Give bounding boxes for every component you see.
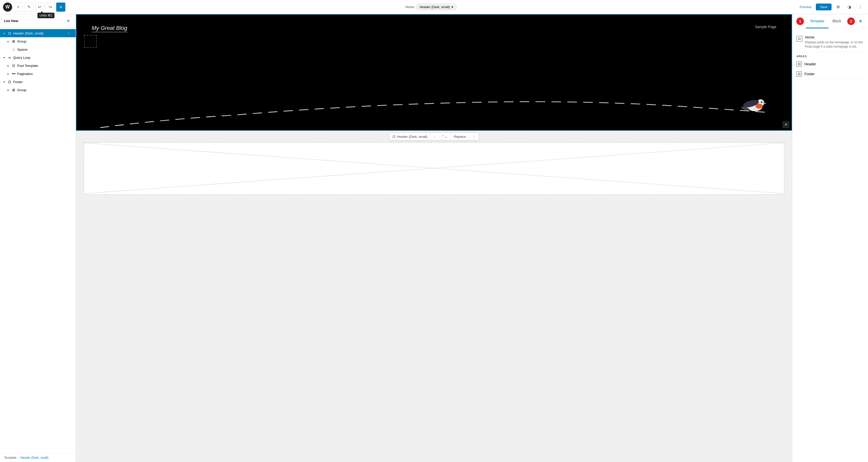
block-drag-button[interactable]: :: bbox=[431, 133, 439, 140]
leaf-spacer bbox=[6, 48, 10, 52]
tree-item-posttemplate[interactable]: ⊡ Post Template ⋮ bbox=[0, 62, 76, 70]
right-sidebar: 1 Template Block 2 ✕ ⊡ Home Displays pos… bbox=[792, 14, 868, 462]
canvas-area[interactable]: My Great Blog Sample Page bbox=[76, 14, 792, 462]
breadcrumb-home: Home bbox=[405, 5, 414, 9]
areas-label: AREAS bbox=[796, 52, 864, 59]
header-inner: My Great Blog Sample Page bbox=[92, 25, 776, 32]
tree-label-group2: Group bbox=[17, 88, 65, 92]
tree-label-spacer: Spacer bbox=[17, 48, 65, 52]
toolbar-right: Preview Save ⚙ ◑ ⋮ bbox=[797, 3, 865, 12]
chevron-ql-icon bbox=[2, 56, 6, 60]
header-more-button[interactable]: ⋮ bbox=[66, 30, 72, 36]
chevron-down-icon: ▾ bbox=[452, 5, 453, 9]
dashed-curve bbox=[76, 80, 792, 130]
tree-item-header[interactable]: ⊡ Header (Dark, small) ⋮ bbox=[0, 29, 76, 37]
tree-item-group1[interactable]: ⊞ Group ⋮ bbox=[0, 37, 76, 45]
settings-button[interactable]: ⚙ bbox=[834, 3, 843, 12]
pagination-block-icon: ••• bbox=[11, 72, 16, 76]
list-view-button[interactable]: ≡ bbox=[56, 3, 65, 12]
block-name-label: Header (Dark, small) bbox=[397, 135, 427, 138]
sidebar-footer-current[interactable]: Header (Dark, small) bbox=[21, 456, 49, 459]
svg-point-8 bbox=[762, 101, 762, 102]
sidebar-footer-template: Template bbox=[4, 456, 17, 459]
tree-item-spacer[interactable]: ↕ Spacer ⋮ bbox=[0, 45, 76, 54]
chevron-pt-icon bbox=[6, 64, 10, 68]
block-replace-button[interactable]: Replace bbox=[451, 133, 469, 140]
undo-tooltip: Undo ⌘Z bbox=[37, 13, 55, 18]
svg-point-7 bbox=[761, 101, 763, 103]
breadcrumb: Home Header (Dark, small) ▾ bbox=[405, 4, 457, 10]
template-item-desc: Displays posts on the homepage, or on th… bbox=[805, 40, 864, 49]
bird-image bbox=[738, 91, 771, 120]
edit-button[interactable]: ✎ bbox=[24, 3, 33, 12]
tree-item-group2[interactable]: ⊞ Group ⋮ bbox=[0, 86, 76, 94]
area-item-footer-label: Footer bbox=[804, 72, 814, 76]
queryloop-block-icon: ∞ bbox=[7, 56, 12, 60]
chevron-pg-icon bbox=[6, 72, 10, 76]
tab-template[interactable]: Template bbox=[806, 14, 829, 28]
tree-label-group1: Group bbox=[17, 39, 65, 43]
block-type-icon: ⊡ bbox=[393, 134, 396, 138]
right-panel-close-button[interactable]: ✕ bbox=[857, 18, 864, 25]
home-template-icon: ⊡ bbox=[796, 36, 802, 42]
theme-toggle-button[interactable]: ◑ bbox=[845, 3, 854, 12]
blog-title: My Great Blog bbox=[92, 25, 127, 32]
footer-block-icon: ⊡ bbox=[7, 80, 12, 84]
save-button[interactable]: Save bbox=[816, 4, 832, 10]
template-item-home[interactable]: ⊡ Home Displays posts on the homepage, o… bbox=[796, 33, 864, 52]
block-move-button[interactable]: ⌃⌄ bbox=[439, 133, 451, 140]
breadcrumb-current: Header (Dark, small) bbox=[420, 5, 450, 9]
breadcrumb-pill[interactable]: Header (Dark, small) ▾ bbox=[416, 4, 457, 10]
step2-badge: 2 bbox=[847, 18, 855, 25]
tab-block[interactable]: Block bbox=[829, 14, 845, 28]
redo-button[interactable]: ↪ bbox=[45, 3, 55, 12]
block-toolbar-icon-item: ⊡ Header (Dark, small) bbox=[390, 133, 431, 140]
sidebar-close-button[interactable]: ✕ bbox=[65, 17, 72, 24]
sidebar-title: List View bbox=[4, 19, 18, 23]
group-block-icon: ⊞ bbox=[11, 39, 16, 43]
svg-marker-6 bbox=[764, 102, 767, 104]
contrast-icon: ◑ bbox=[847, 5, 851, 9]
block-toolbar: ⊡ Header (Dark, small) :: ⌃⌄ Replace ⋮ bbox=[76, 131, 792, 142]
step1-badge: 1 bbox=[796, 18, 804, 25]
plus-icon: ＋ bbox=[16, 4, 20, 10]
top-toolbar: W ＋ ✎ ↩ ↪ ≡ Undo ⌘Z Home Header (Dark, s… bbox=[0, 0, 868, 14]
header-block[interactable]: My Great Blog Sample Page bbox=[76, 14, 792, 131]
add-block-overlay-button[interactable]: + bbox=[782, 121, 789, 128]
tree-label-header: Header (Dark, small) bbox=[13, 31, 65, 35]
tree-item-queryloop[interactable]: ∞ Query Loop ⋮ bbox=[0, 54, 76, 62]
block-more-button[interactable]: ⋮ bbox=[469, 133, 478, 140]
add-block-button[interactable]: ＋ bbox=[14, 3, 23, 12]
tree-label-queryloop: Query Loop bbox=[13, 56, 65, 60]
area-item-header[interactable]: ⊡ Header bbox=[796, 59, 864, 69]
chevron-open-icon bbox=[2, 31, 6, 35]
area-item-footer[interactable]: ⊡ Footer bbox=[796, 69, 864, 79]
undo-button[interactable]: ↩ bbox=[35, 3, 44, 12]
query-loop-block[interactable] bbox=[84, 142, 784, 195]
canvas-content: My Great Blog Sample Page bbox=[76, 14, 792, 462]
tree-item-pagination[interactable]: ••• Pagination ⋮ bbox=[0, 70, 76, 78]
right-sidebar-header: 1 Template Block 2 ✕ bbox=[792, 14, 868, 29]
toolbar-left: W ＋ ✎ ↩ ↪ ≡ Undo ⌘Z bbox=[3, 3, 65, 12]
chevron-g2-icon bbox=[6, 88, 10, 92]
header-area-icon: ⊡ bbox=[796, 61, 802, 67]
spacer-block-icon: ↕ bbox=[11, 48, 16, 52]
template-item-info: Home Displays posts on the homepage, or … bbox=[805, 35, 864, 49]
pencil-icon: ✎ bbox=[27, 5, 31, 9]
chevron-closed-icon bbox=[6, 39, 10, 43]
sidebar-breadcrumb: Template › Header (Dark, small) bbox=[0, 453, 76, 462]
wp-logo[interactable]: W bbox=[3, 3, 12, 12]
area-item-header-label: Header bbox=[804, 62, 816, 66]
tree-label-posttemplate: Post Template bbox=[17, 64, 65, 68]
undo-icon: ↩ bbox=[38, 5, 41, 9]
toolbar-center: Home Header (Dark, small) ▾ bbox=[67, 4, 795, 10]
more-options-button[interactable]: ⋮ bbox=[856, 3, 865, 12]
redo-icon: ↪ bbox=[49, 5, 52, 9]
tree-label-pagination: Pagination bbox=[17, 72, 65, 76]
tree-item-footer[interactable]: ⊡ Footer ⋮ bbox=[0, 78, 76, 86]
tree-label-footer: Footer bbox=[13, 80, 65, 84]
footer-area-icon: ⊡ bbox=[796, 71, 802, 77]
preview-button[interactable]: Preview bbox=[797, 4, 814, 10]
sample-page-link[interactable]: Sample Page bbox=[755, 25, 776, 29]
tree-container: ⊡ Header (Dark, small) ⋮ ⊞ Group ⋮ ↕ Spa… bbox=[0, 28, 76, 453]
